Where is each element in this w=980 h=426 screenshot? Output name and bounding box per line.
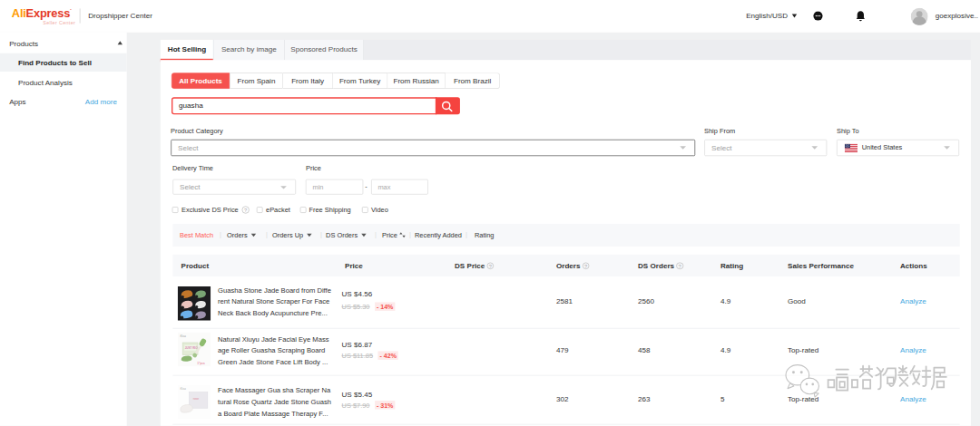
svg-text:Kisa: Kisa — [180, 387, 186, 391]
svg-text:Kisa: Kisa — [180, 334, 186, 338]
svg-text:1*pcs: 1*pcs — [197, 361, 205, 364]
svg-text:rose: rose — [192, 397, 199, 401]
svg-text:JUST RIO: JUST RIO — [185, 346, 198, 350]
